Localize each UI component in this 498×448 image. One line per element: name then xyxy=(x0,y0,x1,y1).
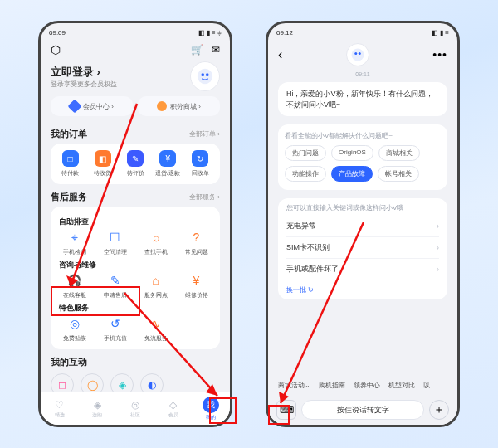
phone-left: 09:09 ◧ ▮ ≡ ⏚ ⬡ 🛒 ✉ 立即登录 › 登录享受更多会员权益 会员… xyxy=(38,21,232,427)
login-button[interactable]: 立即登录 › xyxy=(51,65,117,80)
category-card: 看看全能的小V都能解决什么问题吧~ 热门问题 OriginOS 商城相关 功能操… xyxy=(278,124,447,190)
question-list-header: 您可以直接输入关键词或像这样问小V哦 xyxy=(286,203,439,212)
svg-point-3 xyxy=(351,49,364,61)
status-icons: ◧ ▮ ≡ ⏚ xyxy=(198,29,222,37)
chip-mall[interactable]: 商城相关 xyxy=(378,145,420,161)
chip-product-fault[interactable]: 产品故障 xyxy=(331,166,373,182)
sug-item[interactable]: 机型对比 xyxy=(388,381,415,390)
cart-icon[interactable]: 🛒 xyxy=(191,44,203,56)
svc-find-phone[interactable]: ⌕查找手机 xyxy=(135,229,176,256)
status-icons-r: ◧ ▮ ≡ xyxy=(432,29,449,37)
svg-point-4 xyxy=(354,52,357,55)
chat-avatar[interactable] xyxy=(346,43,369,66)
status-bar-r: 09:12 ◧ ▮ ≡ xyxy=(268,23,457,40)
suggestion-strip: 商城活动⌄ 购机指南 领券中心 机型对比 以 xyxy=(268,376,457,395)
interact-btn-1[interactable]: ◻ xyxy=(51,373,74,392)
more-icon[interactable]: ••• xyxy=(432,48,447,61)
chip-account[interactable]: 帐号相关 xyxy=(378,166,419,182)
group-special-service: 特色服务 xyxy=(54,299,217,315)
sug-item[interactable]: 商城活动⌄ xyxy=(278,381,310,390)
interact-btn-3[interactable]: ◈ xyxy=(110,373,134,392)
orders-more[interactable]: 全部订单 › xyxy=(189,129,220,139)
phone-right: 09:12 ◧ ▮ ≡ ‹ ••• 09:11 Hi，亲爱的小V粉，新年快乐！有… xyxy=(266,21,460,427)
status-time: 09:09 xyxy=(49,29,66,37)
interact-title: 我的互动 xyxy=(51,356,87,368)
order-refund[interactable]: ¥退货/退款 xyxy=(152,150,184,178)
chevron-right-icon: › xyxy=(437,243,439,252)
service-more[interactable]: 全部服务 › xyxy=(189,192,220,202)
chevron-right-icon: › xyxy=(437,265,439,274)
svg-point-1 xyxy=(201,73,204,76)
interact-btn-4[interactable]: ◐ xyxy=(140,373,164,392)
avatar[interactable] xyxy=(190,61,220,91)
svg-point-0 xyxy=(198,69,212,84)
chip-function[interactable]: 功能操作 xyxy=(285,166,326,182)
chat-timestamp: 09:11 xyxy=(268,71,457,77)
tab-member[interactable]: ◇会员 xyxy=(154,392,193,425)
interact-row: ◻ ◯ ◈ ◐ xyxy=(51,372,220,392)
question-list-card: 您可以直接输入关键词或像这样问小V哦 充电异常› SIM卡不识别› 手机或配件坏… xyxy=(278,198,447,299)
svc-topup[interactable]: ↺手机充值 xyxy=(95,315,135,343)
tab-me[interactable]: 我我的 xyxy=(192,392,230,425)
settings-icon[interactable]: ⬡ xyxy=(51,43,61,56)
input-bar: ⌨ 按住说话转文字 ＋ xyxy=(268,395,457,425)
points-mall-banner[interactable]: 积分商城 › xyxy=(138,96,220,116)
svg-point-5 xyxy=(359,52,361,55)
order-recycle[interactable]: ↻回收单 xyxy=(184,150,217,178)
svc-space-clean[interactable]: ☐空间清理 xyxy=(95,229,135,256)
order-pending-receive[interactable]: ◧待收货 xyxy=(86,150,119,178)
sug-item[interactable]: 以 xyxy=(423,381,430,390)
sug-item[interactable]: 购机指南 xyxy=(319,381,345,390)
service-title: 售后服务 xyxy=(51,191,87,203)
q-charging[interactable]: 充电异常› xyxy=(286,216,439,237)
member-center-banner[interactable]: 会员中心 › xyxy=(51,96,133,116)
sug-item[interactable]: 领券中心 xyxy=(354,381,380,390)
service-card: 自助排查 ⌖手机检测 ☐空间清理 ⌕查找手机 ?常见问题 咨询与维修 🎧在线客服… xyxy=(51,207,220,349)
q-sim[interactable]: SIM卡不识别› xyxy=(286,237,439,259)
svc-free-data[interactable]: ∿免流服务 xyxy=(135,315,176,343)
chevron-right-icon: › xyxy=(437,222,439,231)
refresh-batch[interactable]: 换一批 ↻ xyxy=(286,280,439,295)
group-consult-repair: 咨询与维修 xyxy=(54,256,217,272)
message-icon[interactable]: ✉ xyxy=(212,44,220,56)
svc-free-film[interactable]: ◎免费贴膜 xyxy=(54,315,95,343)
svc-repair-price[interactable]: ¥维修价格 xyxy=(176,272,217,299)
tab-community[interactable]: ◎社区 xyxy=(116,392,154,425)
voice-input[interactable]: 按住说话转文字 xyxy=(301,400,424,420)
status-bar: 09:09 ◧ ▮ ≡ ⏚ xyxy=(41,23,230,40)
order-pending-pay[interactable]: □待付款 xyxy=(54,150,86,178)
tab-featured[interactable]: ♡精选 xyxy=(41,392,79,425)
greeting-bubble: Hi，亲爱的小V粉，新年快乐！有什么问题，不妨问问小V吧~ xyxy=(278,82,447,116)
keyboard-icon[interactable]: ⌨ xyxy=(276,400,296,420)
category-header: 看看全能的小V都能解决什么问题吧~ xyxy=(285,131,441,140)
login-subtitle: 登录享受更多会员权益 xyxy=(51,80,117,89)
svc-apply-aftersale[interactable]: ✎申请售后 xyxy=(95,272,135,299)
svc-faq[interactable]: ?常见问题 xyxy=(176,229,217,256)
interact-btn-2[interactable]: ◯ xyxy=(81,373,104,392)
coin-icon xyxy=(157,101,167,111)
status-time-r: 09:12 xyxy=(276,29,293,37)
orders-card: □待付款 ◧待收货 ✎待评价 ¥退货/退款 ↻回收单 xyxy=(51,144,220,184)
svc-service-point[interactable]: ⌂服务网点 xyxy=(135,272,176,299)
q-broken[interactable]: 手机或配件坏了› xyxy=(286,259,439,280)
svg-point-2 xyxy=(206,73,209,76)
tab-shop[interactable]: ◈选购 xyxy=(79,392,117,425)
group-self-check: 自助排查 xyxy=(54,213,217,229)
tab-bar: ♡精选 ◈选购 ◎社区 ◇会员 我我的 xyxy=(41,392,230,425)
back-button[interactable]: ‹ xyxy=(278,47,282,62)
svc-online-support[interactable]: 🎧在线客服 xyxy=(54,272,95,299)
chip-hot[interactable]: 热门问题 xyxy=(285,145,326,161)
plus-icon[interactable]: ＋ xyxy=(429,400,449,420)
chip-originos[interactable]: OriginOS xyxy=(331,145,374,161)
orders-title: 我的订单 xyxy=(51,128,87,140)
diamond-icon xyxy=(68,100,82,114)
order-pending-review[interactable]: ✎待评价 xyxy=(119,150,151,178)
svc-phone-check[interactable]: ⌖手机检测 xyxy=(54,229,95,256)
